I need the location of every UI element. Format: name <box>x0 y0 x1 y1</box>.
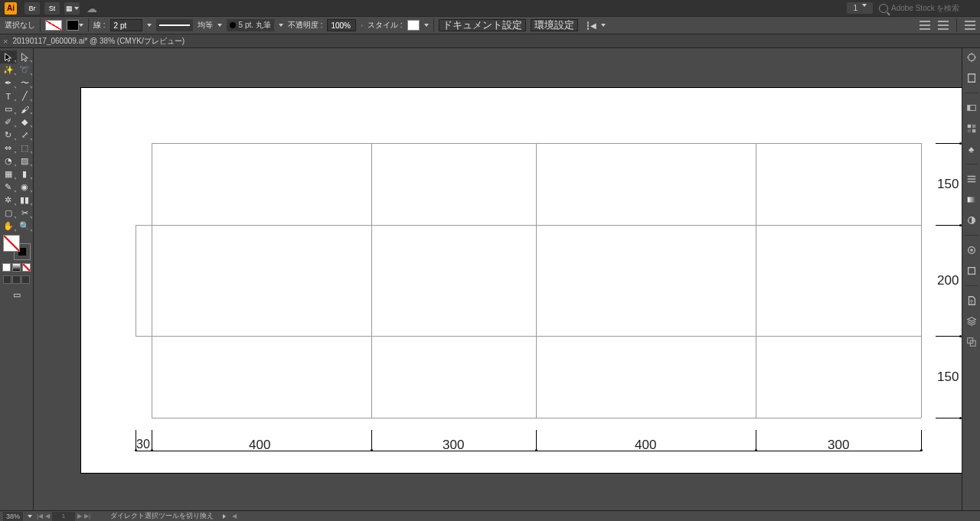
color-mode-btn[interactable] <box>2 263 11 272</box>
none-mode-btn[interactable] <box>22 263 31 272</box>
panel-toggle-icon-2[interactable] <box>938 21 949 30</box>
workspace-switcher[interactable]: 1 <box>847 2 873 14</box>
document-tab-title[interactable]: 20190117_060009.ai* @ 38% (CMYK/プレビュー) <box>12 36 185 47</box>
gradient-mode-btn[interactable] <box>12 263 21 272</box>
stock-search-input[interactable] <box>891 4 975 12</box>
width-tool[interactable]: ⇔ <box>0 142 17 155</box>
status-bar: 38% |◀ ◀ 1 ▶ ▶| ダイレクト選択ツールを切り換え ◀ <box>0 510 980 521</box>
chevron-down-icon[interactable] <box>424 24 429 27</box>
appearance-panel-icon[interactable] <box>965 244 978 256</box>
free-transform-tool[interactable]: ⬚ <box>17 142 34 155</box>
shaper-tool[interactable]: ✐ <box>0 116 17 129</box>
pen-tool[interactable]: ✒ <box>0 77 17 90</box>
nav-prev-icon[interactable]: ◀ <box>45 513 50 519</box>
stroke-swatch[interactable] <box>67 20 79 31</box>
stock-icon[interactable]: St <box>44 2 60 15</box>
transparency-panel-icon[interactable] <box>965 214 978 226</box>
direct-selection-tool[interactable] <box>17 50 34 63</box>
nav-first-icon[interactable]: |◀ <box>37 513 43 519</box>
chevron-down-icon[interactable] <box>79 24 83 27</box>
color-panel-icon[interactable] <box>965 102 978 114</box>
opacity-flyout-arrow[interactable]: › <box>361 22 363 29</box>
col-width-3: 400 <box>635 438 656 453</box>
stock-search[interactable] <box>879 4 975 13</box>
svg-rect-7 <box>967 197 975 203</box>
col-width-1: 400 <box>249 438 270 453</box>
align-to-dropdown[interactable]: ┇◀ <box>583 19 609 31</box>
artboard-tool[interactable]: ▢ <box>0 207 17 220</box>
preferences-button[interactable]: 環境設定 <box>531 19 578 31</box>
opacity-input[interactable] <box>327 19 356 31</box>
panel-menu-icon[interactable] <box>965 21 975 30</box>
gradient-panel-icon[interactable] <box>965 194 978 206</box>
cloud-sync-icon[interactable]: ☁ <box>84 2 100 15</box>
fill-swatch[interactable] <box>45 20 62 31</box>
row-height-2: 200 <box>937 273 959 288</box>
rectangle-tool[interactable]: ▭ <box>0 103 17 116</box>
col-width-2: 300 <box>443 438 464 453</box>
properties-panel-icon[interactable] <box>965 51 978 63</box>
shape-builder-tool[interactable]: ◔ <box>0 155 17 168</box>
document-setup-button[interactable]: ドキュメント設定 <box>439 19 526 31</box>
document-tab-bar: × 20190117_060009.ai* @ 38% (CMYK/プレビュー) <box>0 34 980 48</box>
lasso-tool[interactable]: ➰ <box>17 63 34 77</box>
zoom-tool[interactable]: 🔍 <box>17 220 34 233</box>
screen-mode-btn[interactable]: ▭ <box>8 288 25 301</box>
canvas-area[interactable]: 150 200 150 30 400 300 400 300 <box>34 48 980 510</box>
slice-tool[interactable]: ✂ <box>17 207 34 220</box>
draw-behind-btn[interactable] <box>12 275 21 284</box>
scale-tool[interactable]: ⤢ <box>17 129 34 142</box>
hint-flyout-icon[interactable] <box>223 514 226 519</box>
asset-export-panel-icon[interactable] <box>965 295 978 307</box>
line-segment-tool[interactable]: ╱ <box>17 90 34 103</box>
fill-color[interactable] <box>3 235 20 252</box>
brush-dropdown[interactable]: 5 pt. 丸筆 <box>227 19 274 31</box>
zoom-level[interactable]: 38% <box>3 512 23 521</box>
libraries-panel-icon[interactable] <box>965 72 978 84</box>
bridge-icon[interactable]: Br <box>24 2 40 15</box>
chevron-down-icon[interactable] <box>28 515 32 518</box>
paintbrush-tool[interactable]: 🖌 <box>17 103 34 116</box>
chevron-down-icon[interactable] <box>279 24 283 27</box>
symbol-sprayer-tool[interactable]: ✲ <box>0 194 17 207</box>
blend-tool[interactable]: ◉ <box>17 181 34 194</box>
panel-toggle-icon-1[interactable] <box>920 21 930 30</box>
graphic-styles-panel-icon[interactable] <box>965 265 978 277</box>
opacity-label: 不透明度 : <box>288 20 323 31</box>
rotate-tool[interactable]: ↻ <box>0 129 17 142</box>
eraser-tool[interactable]: ◆ <box>17 116 34 129</box>
swatches-panel-icon[interactable] <box>965 122 978 135</box>
nav-last-icon[interactable]: ▶| <box>84 513 90 519</box>
gradient-tool[interactable]: ▮ <box>17 168 34 181</box>
graphic-style-swatch[interactable] <box>407 20 420 31</box>
row-height-1: 150 <box>937 177 959 192</box>
color-guide-panel-icon[interactable]: ♣ <box>965 143 978 155</box>
column-graph-tool[interactable]: ▮▮ <box>17 194 34 207</box>
nav-next-icon[interactable]: ▶ <box>77 513 82 519</box>
artboard-number[interactable]: 1 <box>52 512 75 521</box>
artboards-panel-icon[interactable] <box>965 336 978 348</box>
stroke-panel-icon[interactable] <box>965 173 978 185</box>
mesh-tool[interactable]: ▦ <box>0 168 17 181</box>
close-tab-button[interactable]: × <box>3 37 8 46</box>
hand-tool[interactable]: ✋ <box>0 220 17 233</box>
fill-stroke-control[interactable] <box>3 235 31 260</box>
draw-normal-btn[interactable] <box>3 275 11 284</box>
type-tool[interactable]: T <box>0 90 17 103</box>
svg-point-10 <box>970 249 973 252</box>
eyedropper-tool[interactable]: ✎ <box>0 181 17 194</box>
arrange-docs-icon[interactable]: ▦ <box>64 2 80 15</box>
chevron-down-icon[interactable] <box>217 24 222 27</box>
artboard-nav: |◀ ◀ 1 ▶ ▶| <box>37 512 90 521</box>
chevron-down-icon[interactable] <box>147 24 152 27</box>
stroke-weight-input[interactable] <box>110 19 142 31</box>
selection-tool[interactable] <box>0 50 17 63</box>
selection-status: 選択なし <box>5 20 35 31</box>
layers-panel-icon[interactable] <box>965 315 978 327</box>
magic-wand-tool[interactable]: ✨ <box>0 63 17 77</box>
tools-panel: ✨➰ ✒〜 T╱ ▭🖌 ✐◆ ↻⤢ ⇔⬚ ◔▨ ▦▮ ✎◉ ✲▮▮ ▢✂ ✋🔍 … <box>0 48 34 510</box>
draw-inside-btn[interactable] <box>21 275 30 284</box>
dash-profile-dropdown[interactable] <box>156 19 193 31</box>
curvature-tool[interactable]: 〜 <box>17 77 34 90</box>
perspective-grid-tool[interactable]: ▨ <box>17 155 34 168</box>
